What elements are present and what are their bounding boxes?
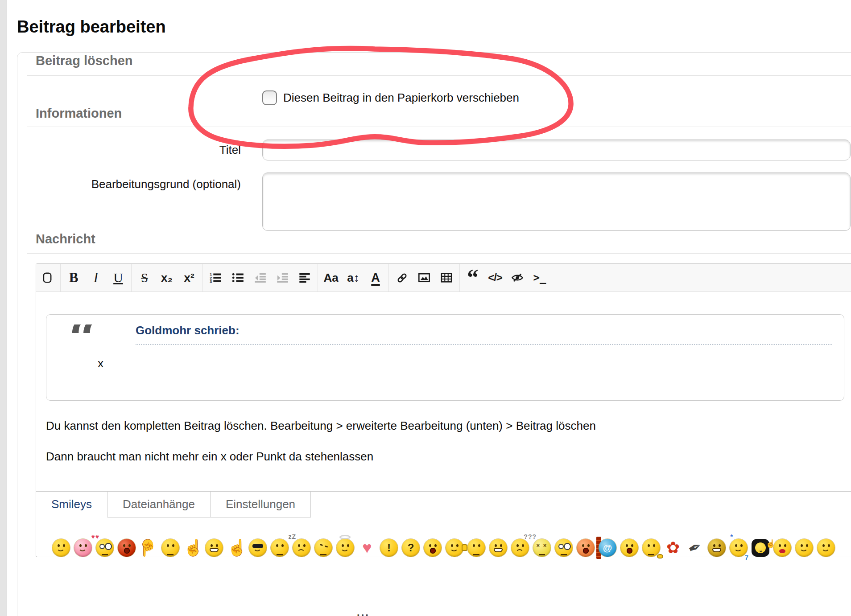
smiley-detail <box>462 544 467 551</box>
quote-block: “ Goldmohr schrieb: x <box>46 314 844 401</box>
spoiler-icon <box>511 271 524 284</box>
smiley-detail: ? <box>402 539 420 557</box>
underline-button[interactable]: U <box>107 264 129 292</box>
smiley-laughing[interactable]: * <box>708 539 726 557</box>
page-content: Beitrag bearbeiten Beitrag löschen Diese… <box>17 0 851 616</box>
quote-button[interactable]: “ <box>462 264 484 282</box>
smiley-happy[interactable] <box>817 539 835 557</box>
smiley-detail <box>339 535 351 539</box>
unordered-list-icon <box>231 271 244 284</box>
smiley-talk-to-the-hand[interactable] <box>467 539 485 557</box>
fullscreen-icon <box>41 272 53 283</box>
image-button[interactable] <box>413 264 435 292</box>
align-button[interactable] <box>293 264 316 292</box>
toolbar-group-separator <box>202 264 202 292</box>
smiley-confused[interactable]: ??? <box>511 539 529 557</box>
titel-input[interactable] <box>262 140 851 160</box>
superscript-button[interactable]: x² <box>178 264 200 292</box>
smiley-sleepy[interactable]: zZ <box>271 539 289 557</box>
smiley-kiss[interactable] <box>773 539 791 557</box>
smiley-thinking[interactable] <box>642 539 660 557</box>
delete-section-divider <box>27 75 851 76</box>
terminal-button[interactable]: >_ <box>529 264 551 292</box>
smiley-ninja[interactable]: ☝ <box>752 539 769 557</box>
smiley-crying[interactable] <box>620 539 638 557</box>
italic-button[interactable]: I <box>85 264 107 292</box>
bold-button[interactable]: B <box>62 264 85 292</box>
smiley-cool[interactable] <box>249 539 267 557</box>
code-button[interactable]: </> <box>484 264 506 292</box>
toolbar-group-separator <box>60 264 61 292</box>
smiley-smile[interactable] <box>795 539 813 557</box>
smiley-dizzy-glasses[interactable] <box>96 539 114 557</box>
smiley-rolleyes[interactable] <box>52 539 70 557</box>
smiley-panel: ♥♥☝☝☝zZ♥!????× ×@✿✒*7☝ <box>36 517 851 557</box>
font-family-button[interactable]: Aa <box>320 264 342 292</box>
message-section-heading: Nachricht <box>36 231 851 247</box>
smiley-smirk[interactable] <box>161 539 179 557</box>
smiley-yawn[interactable] <box>424 539 442 557</box>
smiley-in-love[interactable]: ♥♥ <box>74 539 92 557</box>
smiley-wall-bang[interactable] <box>577 539 595 557</box>
link-button[interactable] <box>391 264 413 292</box>
tab-smileys[interactable]: Smileys <box>36 492 107 517</box>
editor-content[interactable]: “ Goldmohr schrieb: x Du kannst den komp… <box>36 292 851 491</box>
smiley-heart[interactable]: ♥ <box>358 539 376 557</box>
info-section-heading: Informationen <box>36 105 851 121</box>
smiley-cloud-nine[interactable]: 7 <box>730 539 748 557</box>
editor-toolbar: BIUSx₂x²123Aaa↕A“</>>_ <box>36 264 851 292</box>
editor-tab-strip: SmileysDateianhängeEinstellungen <box>36 491 851 517</box>
trash-checkbox[interactable] <box>262 90 277 105</box>
grund-textarea[interactable] <box>262 172 851 231</box>
align-icon <box>298 271 311 284</box>
smiley-thumbs-up[interactable]: ☝ <box>183 539 201 557</box>
smiley-evil[interactable] <box>314 539 332 557</box>
smiley-detail: 7 <box>745 554 748 561</box>
tab-dateianhaenge[interactable]: Dateianhänge <box>107 492 211 517</box>
smiley-angry[interactable] <box>118 539 136 557</box>
indent-button[interactable] <box>271 264 293 292</box>
outdent-button[interactable] <box>249 264 271 292</box>
trash-checkbox-label[interactable]: Diesen Beitrag in den Papierkorb verschi… <box>283 91 519 105</box>
ordered-list-icon: 123 <box>209 271 222 284</box>
smiley-detail: ??? <box>524 533 537 540</box>
smiley-exclamation[interactable]: ! <box>380 539 398 557</box>
font-size-button[interactable]: a↕ <box>342 264 364 292</box>
message-editor: BIUSx₂x²123Aaa↕A“</>>_ “ Goldmohr schrie… <box>36 263 851 557</box>
smiley-rose[interactable]: ✿ <box>664 539 682 557</box>
info-section-divider <box>27 127 851 127</box>
smiley-angel[interactable] <box>336 539 354 557</box>
smiley-question[interactable]: ? <box>402 539 420 557</box>
smiley-writing-quill[interactable]: ✒ <box>683 536 706 559</box>
smiley-detail: ! <box>380 539 398 557</box>
smiley-row: ♥♥☝☝☝zZ♥!????× ×@✿✒*7☝ <box>52 539 851 557</box>
smiley-wink[interactable] <box>446 539 463 557</box>
fullscreen-button[interactable] <box>36 264 58 292</box>
overflow-dots: ... <box>357 606 370 616</box>
smiley-thumbs-down[interactable]: ☝ <box>140 539 157 557</box>
message-paragraph: Du kannst den kompletten Beitrag löschen… <box>46 419 844 433</box>
spoiler-button[interactable] <box>506 264 529 292</box>
ordered-list-button[interactable]: 123 <box>204 264 227 292</box>
smiley-dizzy-x[interactable]: × × <box>533 539 551 557</box>
grund-label: Bearbeitungsgrund (optional) <box>36 172 241 191</box>
table-button[interactable] <box>435 264 458 292</box>
smiley-detail: * <box>731 533 733 540</box>
smiley-tired[interactable] <box>293 539 310 557</box>
smiley-nervous[interactable] <box>555 539 573 557</box>
subscript-button[interactable]: x₂ <box>156 264 178 292</box>
table-icon <box>440 271 453 284</box>
tab-einstellungen[interactable]: Einstellungen <box>211 492 311 517</box>
trash-checkbox-row: Diesen Beitrag in den Papierkorb verschi… <box>36 90 851 105</box>
page-title: Beitrag bearbeiten <box>17 17 851 37</box>
smiley-grr-braces[interactable] <box>489 539 507 557</box>
unordered-list-button[interactable] <box>227 264 249 292</box>
smiley-spinning[interactable]: @ <box>599 539 616 557</box>
quote-body: x <box>98 357 832 370</box>
smiley-thumbs-up-2[interactable]: ☝ <box>227 539 245 557</box>
strikethrough-button[interactable]: S <box>133 264 156 292</box>
smiley-grin[interactable] <box>205 539 223 557</box>
font-color-button[interactable]: A <box>364 264 387 292</box>
image-icon <box>418 271 430 284</box>
delete-section-heading: Beitrag löschen <box>36 53 851 69</box>
